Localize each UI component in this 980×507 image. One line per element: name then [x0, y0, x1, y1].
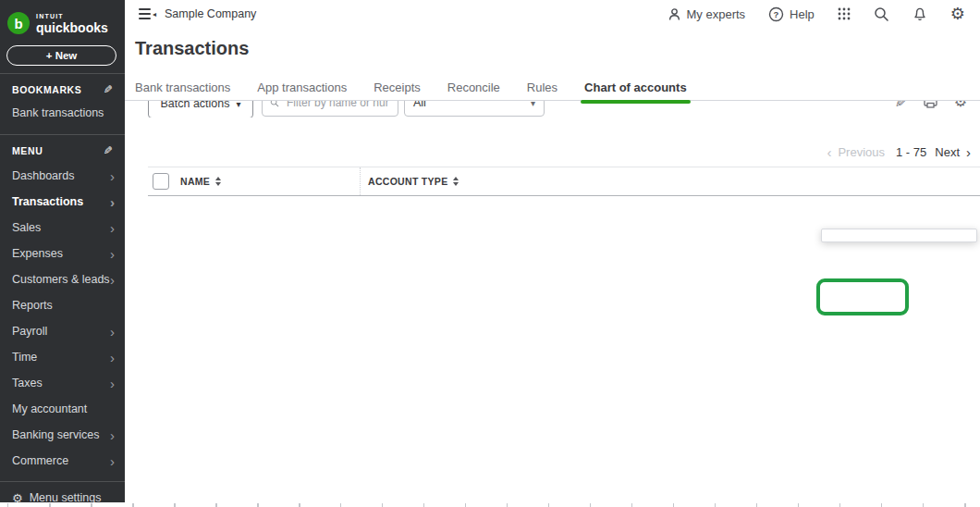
- batch-actions-label: Batch actions: [160, 100, 229, 110]
- select-all-checkbox[interactable]: [153, 173, 169, 190]
- horizontal-scrollbar[interactable]: [0, 502, 980, 507]
- tab-receipts[interactable]: Receipts: [374, 80, 421, 99]
- sidebar-item-transactions[interactable]: Transactions›: [0, 189, 125, 215]
- tab-chart-of-accounts[interactable]: Chart of accounts: [584, 80, 687, 99]
- table-header-row: NAMEACCOUNT TYPE: [148, 167, 980, 196]
- sidebar-item-expenses[interactable]: Expenses›: [0, 241, 125, 266]
- tab-reconcile[interactable]: Reconcile: [447, 80, 500, 99]
- chevron-right-icon: ›: [110, 273, 115, 287]
- column-header-name[interactable]: NAME: [169, 167, 221, 195]
- sidebar-item-commerce[interactable]: Commerce›: [0, 448, 125, 474]
- chevron-right-icon: ›: [110, 221, 115, 235]
- tab-bank-transactions[interactable]: Bank transactions: [135, 80, 230, 99]
- quickbooks-wordmark: quickbooks: [36, 21, 108, 34]
- sidebar-item-label: Taxes: [12, 377, 43, 390]
- main-content: ◂ Sample Company My experts ? Help: [125, 0, 980, 507]
- svg-text:?: ?: [774, 9, 779, 19]
- help-label: Help: [790, 7, 815, 21]
- row-action-menu: [821, 229, 977, 242]
- search-icon: [874, 6, 889, 22]
- help-button[interactable]: ? Help: [768, 6, 815, 22]
- hamburger-icon: [139, 8, 151, 19]
- quickbooks-logo: b INTUIT quickbooks: [0, 0, 125, 38]
- notifications-button[interactable]: [913, 6, 927, 22]
- chevron-left-icon: ‹: [827, 144, 831, 160]
- caret-down-icon: ▾: [531, 100, 535, 108]
- sidebar-item-time[interactable]: Time›: [0, 344, 125, 370]
- chevron-right-icon: ›: [110, 169, 115, 183]
- sidebar-item-label: My accountant: [12, 402, 87, 415]
- sidebar-item-label: Customers & leads: [12, 273, 110, 286]
- batch-actions-button[interactable]: Batch actions ▾: [148, 100, 253, 117]
- next-label: Next: [935, 145, 960, 159]
- chevron-right-icon: ›: [110, 351, 115, 365]
- chevron-right-icon: ›: [110, 195, 115, 209]
- quickbooks-ball-icon: b: [7, 12, 30, 34]
- page-title: Transactions: [135, 38, 249, 59]
- sidebar-item-label: Time: [12, 351, 37, 364]
- search-icon: [270, 100, 279, 109]
- settings-button[interactable]: ⚙: [950, 6, 965, 22]
- sidebar-item-payroll[interactable]: Payroll›: [0, 318, 125, 344]
- person-icon: [668, 7, 681, 21]
- sort-icon[interactable]: [215, 177, 221, 186]
- sidebar-item-customers-leads[interactable]: Customers & leads›: [0, 266, 125, 292]
- edit-menu-pencil-icon[interactable]: ✎: [103, 144, 113, 157]
- gear-icon: ⚙: [950, 6, 965, 22]
- my-experts-button[interactable]: My experts: [668, 7, 746, 21]
- column-header-account-type[interactable]: ACCOUNT TYPE: [360, 167, 472, 195]
- sort-icon[interactable]: [453, 177, 459, 186]
- page-range: 1 - 75: [896, 145, 926, 159]
- sidebar-item-label: Payroll: [12, 325, 47, 338]
- table-settings-gear-icon[interactable]: ⚙: [954, 100, 967, 109]
- column-header-label: ACCOUNT TYPE: [368, 176, 447, 187]
- sidebar-item-my-accountant[interactable]: My accountant: [0, 396, 125, 422]
- tabs: Bank transactionsApp transactionsReceipt…: [135, 80, 687, 99]
- company-name: Sample Company: [165, 0, 256, 28]
- sidebar-item-label: Commerce: [12, 454, 68, 467]
- sidebar-item-taxes[interactable]: Taxes›: [0, 370, 125, 396]
- sidebar-item-label: Dashboards: [12, 169, 74, 182]
- column-header-label: NAME: [180, 176, 210, 187]
- chevron-right-icon: ›: [110, 428, 115, 442]
- sidebar-item-dashboards[interactable]: Dashboards›: [0, 163, 125, 189]
- sidebar-item-sales[interactable]: Sales›: [0, 215, 125, 241]
- edit-columns-pencil-icon[interactable]: ✎: [895, 100, 907, 111]
- sidebar-item-label: Reports: [12, 299, 53, 312]
- pagination: ‹ Previous 1 - 75 Next ›: [827, 144, 971, 160]
- tab-app-transactions[interactable]: App transactions: [257, 80, 347, 99]
- next-page-button[interactable]: Next ›: [935, 144, 971, 160]
- filter-selected-value: All: [413, 100, 426, 109]
- intuit-wordmark: INTUIT: [36, 13, 108, 19]
- sidebar-item-label: Transactions: [12, 195, 83, 208]
- sidebar-item-bank-transactions[interactable]: Bank transactions: [0, 99, 125, 127]
- apps-button[interactable]: [838, 7, 851, 20]
- chevron-right-icon: ›: [966, 144, 971, 160]
- sidebar-item-reports[interactable]: Reports: [0, 292, 125, 318]
- chevron-right-icon: ›: [110, 454, 115, 468]
- sidebar-item-banking-services[interactable]: Banking services›: [0, 422, 125, 448]
- search-button[interactable]: [874, 6, 889, 22]
- print-icon[interactable]: [923, 100, 938, 109]
- sidebar: b INTUIT quickbooks + New BOOKMARKS ✎ Ba…: [0, 0, 125, 502]
- previous-page-button[interactable]: ‹ Previous: [827, 144, 885, 160]
- edit-bookmarks-pencil-icon[interactable]: ✎: [103, 83, 113, 96]
- new-button[interactable]: + New: [6, 45, 116, 66]
- help-icon: ?: [768, 6, 784, 22]
- toolbar: Batch actions ▾ All ▾ ✎ ⚙: [125, 100, 980, 117]
- top-bar: ◂ Sample Company My experts ? Help: [125, 0, 980, 28]
- my-experts-label: My experts: [687, 7, 746, 21]
- sidebar-item-label: Expenses: [12, 247, 63, 260]
- account-type-filter-select[interactable]: All ▾: [404, 100, 545, 117]
- chevron-right-icon: ›: [110, 325, 115, 339]
- caret-down-icon: ▾: [237, 100, 241, 109]
- collapse-sidebar-icon[interactable]: ◂: [139, 8, 159, 19]
- tab-rules[interactable]: Rules: [527, 80, 557, 99]
- previous-label: Previous: [838, 145, 885, 159]
- menu-header: MENU: [12, 145, 43, 156]
- filter-input[interactable]: [285, 100, 390, 110]
- filter-search-box[interactable]: [262, 100, 398, 117]
- grid-apps-icon: [838, 7, 851, 20]
- collapse-arrow-icon: ◂: [153, 10, 156, 19]
- chevron-right-icon: ›: [110, 247, 115, 261]
